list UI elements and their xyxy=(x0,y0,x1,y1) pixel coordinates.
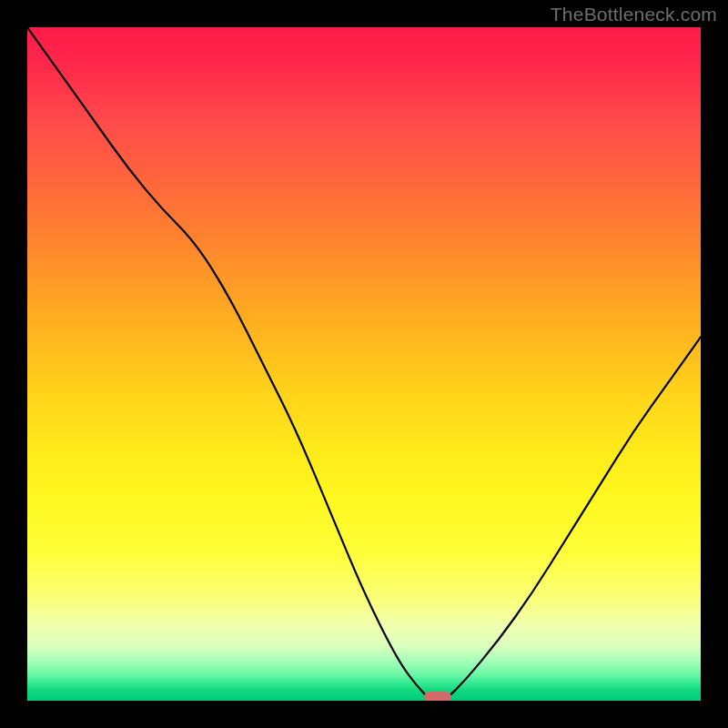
chart-frame: TheBottleneck.com xyxy=(0,0,728,728)
plot-area xyxy=(27,27,701,701)
heat-gradient xyxy=(27,27,701,701)
minimum-marker xyxy=(424,692,451,701)
watermark-text: TheBottleneck.com xyxy=(551,4,717,25)
